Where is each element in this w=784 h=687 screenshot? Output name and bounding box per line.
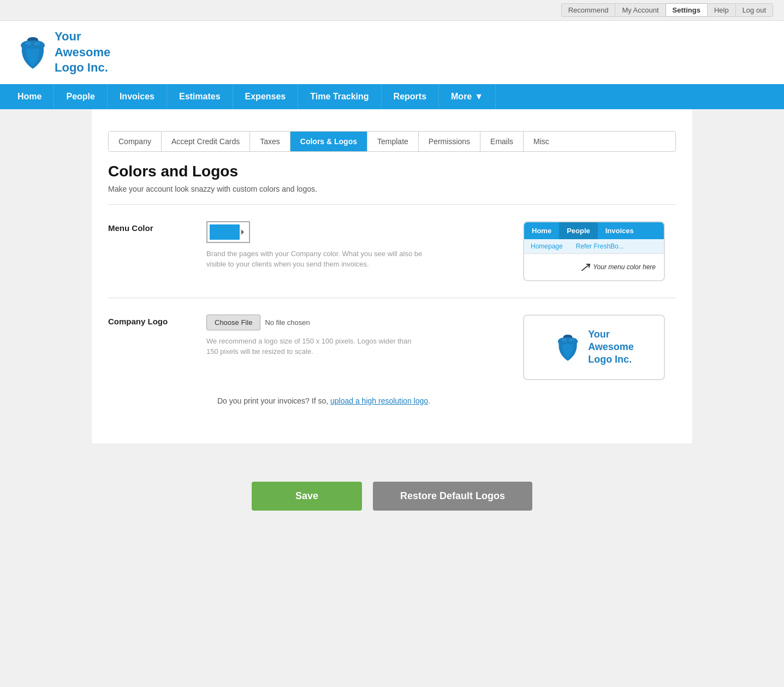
menu-color-hint: Brand the pages with your Company color.…: [206, 248, 425, 270]
header: Your Awesome Logo Inc.: [0, 21, 784, 84]
restore-defaults-button[interactable]: Restore Default Logos: [373, 482, 532, 511]
tab-taxes[interactable]: Taxes: [250, 132, 290, 151]
chevron-down-icon: ▼: [474, 92, 483, 102]
nav-invoices[interactable]: Invoices: [108, 84, 167, 109]
preview-nav-home: Home: [524, 222, 559, 239]
logo-area: Your Awesome Logo Inc.: [16, 29, 110, 76]
tab-company[interactable]: Company: [109, 132, 162, 151]
tab-emails[interactable]: Emails: [480, 132, 524, 151]
menu-color-field: Brand the pages with your Company color.…: [206, 221, 501, 270]
nav-reports[interactable]: Reports: [382, 84, 439, 109]
settings-link[interactable]: Settings: [666, 3, 707, 17]
top-bar: Recommend My Account Settings Help Log o…: [0, 0, 784, 21]
page-subtitle: Make your account look snazzy with custo…: [108, 185, 676, 193]
page-title: Colors and Logos: [108, 163, 676, 180]
logo-hint: We recommend a logo size of 150 x 100 pi…: [206, 336, 425, 357]
logo-preview: Your Awesome Logo Inc.: [523, 315, 676, 380]
button-row: Save Restore Default Logos: [11, 471, 773, 522]
preview-nav: Home People Invoices: [524, 222, 664, 239]
print-text-before: Do you print your invoices? If so,: [217, 396, 330, 405]
choose-file-button[interactable]: Choose File: [206, 315, 260, 330]
nav-home[interactable]: Home: [5, 84, 54, 109]
divider: [108, 204, 676, 205]
preview-sub-homepage: Homepage: [524, 239, 569, 253]
no-file-text: No file chosen: [265, 318, 310, 327]
tab-colors-logos[interactable]: Colors & Logos: [290, 132, 367, 151]
nav-time-tracking[interactable]: Time Tracking: [298, 84, 381, 109]
company-logo-label: Company Logo: [108, 315, 190, 326]
print-text-after: .: [428, 396, 430, 405]
main-content: Company Accept Credit Cards Taxes Colors…: [92, 109, 692, 443]
nav-estimates[interactable]: Estimates: [167, 84, 233, 109]
logo-preview-box: Your Awesome Logo Inc.: [523, 315, 665, 380]
menu-color-label: Menu Color: [108, 221, 190, 233]
color-arrow-icon: [241, 229, 244, 235]
main-nav: Home People Invoices Estimates Expenses …: [0, 84, 784, 109]
nav-people[interactable]: People: [54, 84, 107, 109]
nav-expenses[interactable]: Expenses: [233, 84, 299, 109]
tab-accept-credit-cards[interactable]: Accept Credit Cards: [162, 132, 250, 151]
menu-color-section: Menu Color Brand the pages with your Com…: [108, 221, 676, 281]
preview-nav-people: People: [559, 222, 598, 239]
color-swatch: [210, 224, 240, 240]
tab-misc[interactable]: Misc: [524, 132, 559, 151]
acorn-icon: [16, 33, 49, 72]
help-link[interactable]: Help: [707, 3, 735, 17]
save-button[interactable]: Save: [252, 482, 362, 511]
settings-tabs: Company Accept Credit Cards Taxes Colors…: [108, 131, 676, 152]
svg-point-7: [562, 337, 574, 342]
svg-point-3: [25, 40, 40, 46]
preview-caption: ↗ Your menu color here: [524, 254, 664, 280]
logout-link[interactable]: Log out: [735, 3, 773, 17]
menu-color-preview: Home People Invoices Homepage Refer Fres…: [523, 221, 676, 281]
company-logo-field: Choose File No file chosen We recommend …: [206, 315, 501, 357]
nav-more[interactable]: More ▼: [439, 84, 496, 109]
upload-high-res-link[interactable]: upload a high resolution logo: [330, 396, 428, 405]
preview-sub-refer: Refer FreshBo...: [569, 239, 631, 253]
print-invoice-section: Do you print your invoices? If so, uploa…: [108, 396, 676, 405]
preview-acorn-icon: [554, 331, 581, 363]
preview-box: Home People Invoices Homepage Refer Fres…: [523, 221, 665, 281]
recommend-link[interactable]: Recommend: [561, 3, 615, 17]
preview-nav-invoices: Invoices: [598, 222, 642, 239]
divider-2: [108, 298, 676, 298]
footer: Save Restore Default Logos: [0, 443, 784, 532]
tab-permissions[interactable]: Permissions: [419, 132, 480, 151]
color-picker-button[interactable]: [206, 221, 250, 243]
tab-template[interactable]: Template: [367, 132, 419, 151]
file-upload-row: Choose File No file chosen: [206, 315, 501, 330]
logo-text: Your Awesome Logo Inc.: [55, 29, 110, 76]
preview-logo-text: Your Awesome Logo Inc.: [588, 328, 634, 366]
my-account-link[interactable]: My Account: [615, 3, 665, 17]
curved-arrow-icon: ↗: [579, 259, 590, 275]
company-logo-section: Company Logo Choose File No file chosen …: [108, 315, 676, 380]
preview-sub-nav: Homepage Refer FreshBo...: [524, 239, 664, 254]
